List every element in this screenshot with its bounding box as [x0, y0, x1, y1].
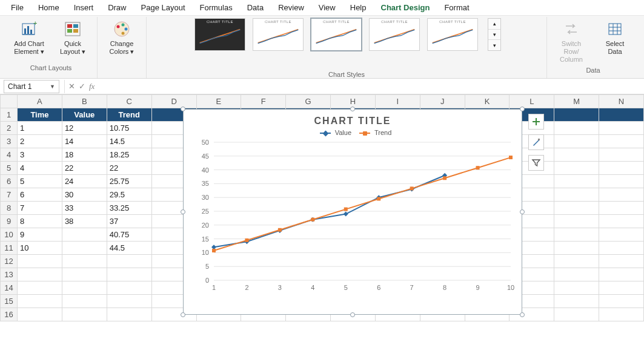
cell[interactable] [17, 308, 62, 321]
cell[interactable] [62, 242, 107, 255]
resize-handle[interactable] [181, 209, 185, 214]
name-box[interactable]: Chart 1 ▼ [4, 80, 59, 93]
row-header[interactable]: 16 [1, 308, 18, 321]
cell[interactable] [62, 268, 107, 281]
cell[interactable] [107, 281, 151, 295]
cell[interactable] [599, 308, 644, 321]
cell[interactable] [554, 215, 599, 228]
cell[interactable]: 10 [17, 242, 62, 255]
row-header[interactable]: 2 [1, 122, 18, 135]
resize-handle[interactable] [181, 312, 185, 317]
embedded-chart[interactable]: CHART TITLE Value Trend 0510152025303540… [183, 109, 522, 315]
formula-input[interactable] [98, 80, 644, 93]
row-header[interactable]: 11 [1, 242, 18, 255]
chart-style-thumb[interactable]: CHART TITLE [369, 18, 420, 51]
cell[interactable]: 22 [62, 162, 107, 175]
column-header[interactable]: F [241, 95, 286, 108]
menu-item-insert[interactable]: Insert [67, 2, 101, 13]
row-header[interactable]: 15 [1, 295, 18, 308]
cell[interactable] [599, 268, 644, 281]
cancel-icon[interactable]: ✕ [68, 82, 75, 91]
cell[interactable] [17, 255, 62, 268]
cell[interactable] [107, 255, 151, 268]
cell[interactable] [107, 308, 151, 321]
row-header[interactable]: 3 [1, 135, 18, 148]
cell[interactable] [554, 175, 599, 188]
resize-handle[interactable] [520, 107, 525, 111]
row-header[interactable]: 6 [1, 175, 18, 188]
chart-style-thumb[interactable]: CHART TITLE [253, 18, 304, 51]
menu-item-page-layout[interactable]: Page Layout [134, 2, 193, 13]
cell[interactable]: 33 [62, 202, 107, 215]
cell[interactable]: 3 [17, 148, 62, 162]
cell[interactable] [62, 228, 107, 242]
select-data-button[interactable]: Select Data [597, 18, 633, 57]
cell[interactable]: 33.25 [107, 202, 151, 215]
cell[interactable]: 22 [107, 162, 151, 175]
cell[interactable] [554, 135, 599, 148]
resize-handle[interactable] [350, 107, 355, 111]
column-header[interactable]: G [286, 95, 331, 108]
column-header[interactable]: J [420, 95, 465, 108]
cell[interactable]: 30 [62, 188, 107, 202]
chart-style-thumb[interactable]: CHART TITLE [311, 18, 362, 51]
chart-title[interactable]: CHART TITLE [184, 110, 522, 128]
row-header[interactable]: 8 [1, 202, 18, 215]
cell[interactable] [599, 295, 644, 308]
add-chart-element-button[interactable]: + Add Chart Element ▾ [11, 18, 47, 57]
cell[interactable]: 5 [17, 175, 62, 188]
cell[interactable]: 7 [17, 202, 62, 215]
cell[interactable] [599, 202, 644, 215]
menu-item-file[interactable]: File [4, 2, 31, 13]
cell[interactable] [554, 295, 599, 308]
cell[interactable]: 8 [17, 215, 62, 228]
cell[interactable] [599, 188, 644, 202]
cell[interactable]: 12 [62, 122, 107, 135]
column-header[interactable]: N [599, 95, 644, 108]
cell[interactable]: Time [17, 108, 62, 122]
cell[interactable]: 44.5 [107, 242, 151, 255]
resize-handle[interactable] [520, 312, 525, 317]
cell[interactable] [599, 175, 644, 188]
cell[interactable]: 6 [17, 188, 62, 202]
cell[interactable] [107, 295, 151, 308]
cell[interactable] [62, 308, 107, 321]
cell[interactable]: 40.75 [107, 228, 151, 242]
row-header[interactable]: 10 [1, 228, 18, 242]
cell[interactable]: 37 [107, 215, 151, 228]
cell[interactable]: 18 [62, 148, 107, 162]
cell[interactable] [62, 255, 107, 268]
cell[interactable] [554, 108, 599, 122]
cell[interactable] [599, 122, 644, 135]
cell[interactable] [62, 281, 107, 295]
cell[interactable] [62, 295, 107, 308]
menu-item-format[interactable]: Format [437, 2, 476, 13]
row-header[interactable]: 14 [1, 281, 18, 295]
cell[interactable]: 14 [62, 135, 107, 148]
column-header[interactable]: M [554, 95, 599, 108]
cell[interactable] [599, 255, 644, 268]
cell[interactable]: 10.75 [107, 122, 151, 135]
menu-item-chart-design[interactable]: Chart Design [374, 2, 437, 13]
cell[interactable]: 24 [62, 175, 107, 188]
cell[interactable] [107, 268, 151, 281]
chart-styles-button[interactable] [528, 134, 544, 150]
cell[interactable]: Value [62, 108, 107, 122]
row-header[interactable]: 5 [1, 162, 18, 175]
cell[interactable] [554, 122, 599, 135]
menu-item-help[interactable]: Help [343, 2, 374, 13]
cell[interactable] [599, 162, 644, 175]
column-header[interactable]: C [107, 95, 151, 108]
cell[interactable] [17, 281, 62, 295]
select-all-cell[interactable] [1, 95, 18, 108]
row-header[interactable]: 13 [1, 268, 18, 281]
cell[interactable] [599, 148, 644, 162]
cell[interactable]: 1 [17, 122, 62, 135]
styles-gallery-expand[interactable]: ▾ [488, 40, 500, 50]
cell[interactable] [554, 255, 599, 268]
menu-item-review[interactable]: Review [271, 2, 311, 13]
enter-icon[interactable]: ✓ [79, 82, 85, 91]
column-header[interactable]: L [510, 95, 554, 108]
cell[interactable] [599, 228, 644, 242]
resize-handle[interactable] [181, 107, 185, 111]
